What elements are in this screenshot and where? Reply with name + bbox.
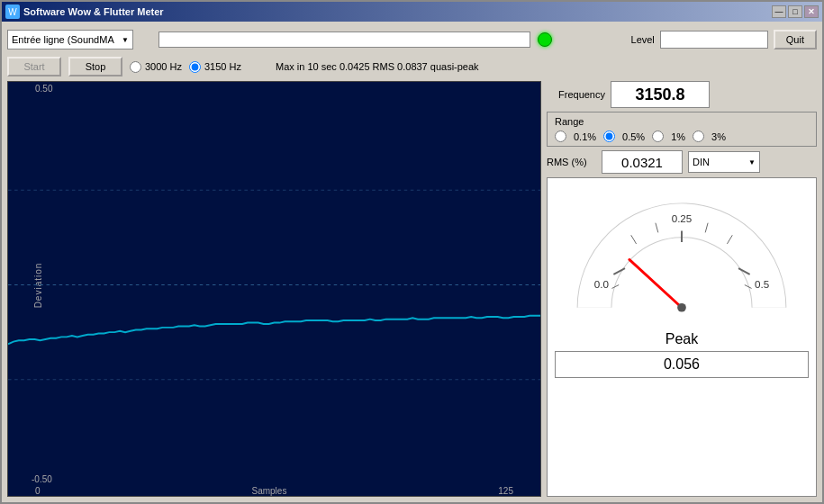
range-options: 0.1% 0.5% 1% 3% bbox=[555, 130, 809, 142]
stop-button[interactable]: Stop bbox=[68, 57, 122, 76]
chart-x-label: Samples bbox=[251, 486, 286, 496]
range-0.5-radio[interactable] bbox=[603, 130, 615, 142]
freq-3000-radio-group: 3000 Hz bbox=[130, 61, 182, 73]
din-dropdown[interactable]: DIN ▼ bbox=[688, 151, 760, 173]
level-label: Level bbox=[631, 34, 655, 45]
chart-container: 0.50 Deviation -0.50 bbox=[7, 81, 541, 497]
maximize-button[interactable]: □ bbox=[788, 5, 802, 18]
svg-line-16 bbox=[629, 259, 682, 307]
peak-label: Peak bbox=[666, 331, 698, 347]
rms-display: 0.0321 bbox=[602, 150, 683, 174]
din-label: DIN bbox=[693, 157, 710, 167]
frequency-display: 3150.8 bbox=[611, 81, 710, 108]
svg-text:0.0: 0.0 bbox=[594, 278, 610, 290]
din-dropdown-arrow-icon: ▼ bbox=[748, 158, 756, 166]
frequency-row: Frequency 3150.8 bbox=[547, 81, 817, 108]
title-bar: W Software Wow & Flutter Meter — □ ✕ bbox=[2, 2, 822, 22]
meter-svg: 0.0 0.25 0.5 bbox=[565, 185, 799, 329]
top-row: Entrée ligne (SoundMA ▼ Level Quit bbox=[7, 27, 817, 52]
chart-top-labels: 0.50 bbox=[8, 82, 540, 95]
main-area: 0.50 Deviation -0.50 bbox=[7, 81, 817, 497]
freq-3150-radio[interactable] bbox=[189, 61, 201, 73]
level-input[interactable] bbox=[660, 31, 768, 49]
chart-svg bbox=[8, 95, 540, 474]
freq-3150-label: 3150 Hz bbox=[204, 61, 241, 72]
range-1-label: 1% bbox=[671, 131, 685, 142]
freq-3150-radio-group: 3150 Hz bbox=[189, 61, 241, 73]
meter-box: 0.0 0.25 0.5 Peak 0.056 bbox=[547, 177, 817, 497]
progress-bar bbox=[158, 32, 530, 48]
chart-x-end: 125 bbox=[498, 486, 513, 496]
svg-text:0.25: 0.25 bbox=[672, 212, 693, 224]
chart-bottom-labels: 0 Samples 125 bbox=[8, 486, 540, 496]
main-content: Entrée ligne (SoundMA ▼ Level Quit Start… bbox=[2, 22, 822, 502]
freq-3000-radio[interactable] bbox=[130, 61, 141, 73]
freq-3000-label: 3000 Hz bbox=[145, 61, 182, 72]
start-button[interactable]: Start bbox=[7, 57, 61, 76]
chart-y-bottom: -0.50 bbox=[32, 474, 52, 484]
range-1-radio[interactable] bbox=[652, 130, 664, 142]
svg-line-3 bbox=[682, 273, 724, 308]
rms-label: RMS (%) bbox=[547, 157, 596, 167]
window-title: Software Wow & Flutter Meter bbox=[23, 6, 772, 17]
range-box: Range 0.1% 0.5% 1% 3% bbox=[547, 112, 817, 147]
range-3-radio[interactable] bbox=[693, 130, 704, 142]
right-panel: Frequency 3150.8 Range 0.1% 0.5% 1% 3% bbox=[547, 81, 817, 497]
range-0.1-label: 0.1% bbox=[574, 131, 596, 142]
range-3-label: 3% bbox=[711, 131, 726, 142]
dropdown-arrow-icon: ▼ bbox=[118, 36, 129, 44]
app-window: W Software Wow & Flutter Meter — □ ✕ Ent… bbox=[0, 0, 824, 504]
chart-x-start: 0 bbox=[35, 486, 41, 496]
svg-text:0.5: 0.5 bbox=[755, 278, 769, 290]
peak-value-display: 0.056 bbox=[555, 351, 809, 378]
controls-row: Start Stop 3000 Hz 3150 Hz Max in 10 sec… bbox=[7, 56, 817, 77]
range-0.1-radio[interactable] bbox=[555, 130, 566, 142]
minimize-button[interactable]: — bbox=[772, 5, 786, 18]
close-button[interactable]: ✕ bbox=[804, 5, 819, 18]
chart-y-top: 0.50 bbox=[35, 84, 52, 94]
range-title: Range bbox=[555, 116, 809, 127]
range-0.5-label: 0.5% bbox=[622, 131, 645, 142]
input-dropdown-label: Entrée ligne (SoundMA bbox=[12, 34, 114, 45]
info-text: Max in 10 sec 0.0425 RMS 0.0837 quasi-pe… bbox=[276, 61, 479, 72]
title-bar-buttons: — □ ✕ bbox=[772, 5, 819, 18]
status-indicator bbox=[538, 32, 552, 47]
frequency-label: Frequency bbox=[547, 89, 605, 100]
quit-button[interactable]: Quit bbox=[774, 30, 817, 50]
rms-row: RMS (%) 0.0321 DIN ▼ bbox=[547, 150, 817, 174]
input-dropdown[interactable]: Entrée ligne (SoundMA ▼ bbox=[7, 30, 133, 50]
svg-point-17 bbox=[677, 303, 686, 312]
app-icon: W bbox=[5, 4, 20, 19]
